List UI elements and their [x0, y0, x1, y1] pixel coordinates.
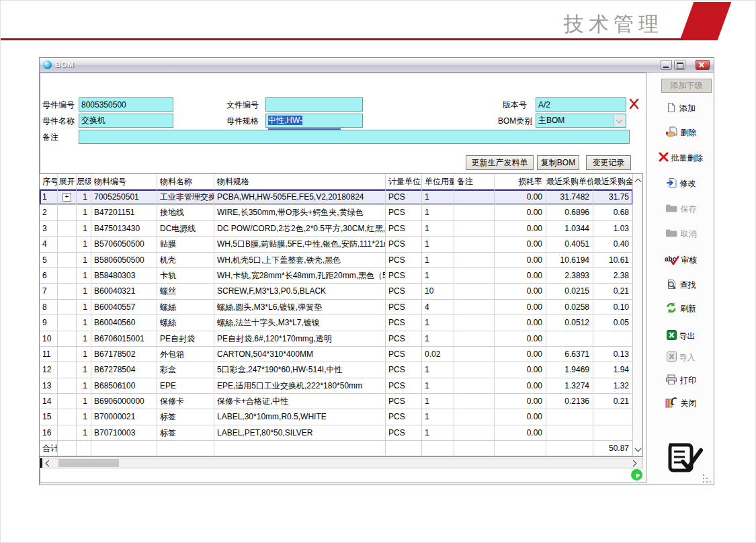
- expand-plus-icon[interactable]: +: [62, 193, 71, 202]
- remark-input[interactable]: [79, 130, 630, 144]
- table-row[interactable]: 111B67178502外包箱CARTON,504*310*400MMPCS0.…: [40, 347, 633, 362]
- sidebar-button-14[interactable]: 关闭: [648, 396, 713, 411]
- bom-type-select[interactable]: 主BOM: [536, 114, 626, 128]
- cell: 0.0258: [546, 300, 593, 315]
- scroll-right-icon[interactable]: [630, 460, 637, 467]
- cell: 1: [77, 409, 91, 425]
- cell: PCS: [386, 284, 422, 299]
- table-row[interactable]: 41B5706050500贴膜WH,5口B膜,前贴膜,5FE,中性,银色,安防,…: [40, 237, 633, 252]
- cell: [91, 441, 157, 456]
- parent-spec-input[interactable]: 中性,HW-505I,5FE,DC12-48V: [265, 114, 363, 128]
- cell: [58, 253, 77, 268]
- sidebar-button-5[interactable]: 修改: [648, 176, 713, 191]
- resize-grip[interactable]: [703, 474, 711, 483]
- cell: 1.3274: [546, 378, 593, 394]
- cell: [495, 441, 546, 456]
- doc-code-input[interactable]: [265, 97, 363, 112]
- cell: 0.00: [495, 315, 546, 331]
- grid-total-row: 合计50.87: [40, 441, 633, 456]
- vertical-scrollbar[interactable]: [632, 174, 642, 456]
- cell: [454, 315, 495, 331]
- maximize-button[interactable]: [674, 60, 685, 70]
- sidebar-button-3[interactable]: 删除: [648, 125, 713, 140]
- table-row[interactable]: 81B60040557螺絲螺絲,圆头,M3*L6,镀镍,弹簧垫PCS40.000…: [40, 300, 633, 315]
- table-row[interactable]: 71B60040321螺丝SCREW,F,M3*L3,P0.5,BLACKPCS…: [40, 284, 633, 299]
- cell: 0.02: [422, 347, 454, 362]
- window-globe-icon: [43, 60, 52, 69]
- cell: 8: [40, 300, 58, 315]
- green-sync-icon: [631, 469, 642, 481]
- version-input[interactable]: [536, 97, 626, 112]
- version-clear-icon[interactable]: [628, 97, 640, 113]
- chevron-down-icon[interactable]: [614, 115, 625, 126]
- table-row[interactable]: 51B5806050500机壳WH,机壳5口,上下盖整套,铁壳,黑色PCS10.…: [40, 253, 633, 268]
- table-row[interactable]: 31B475013430DC电源线DC POW/CORD,2芯2色,2*0.5平…: [40, 221, 633, 237]
- cell: 0.00: [495, 268, 546, 284]
- copy-bom-button[interactable]: 复制BOM: [537, 155, 579, 170]
- cell: [454, 205, 495, 220]
- sidebar-button-8[interactable]: abc审核: [648, 253, 713, 267]
- table-row[interactable]: 161B70710003标签LABEL,PET,80*50,SILVERPCS1…: [40, 425, 633, 441]
- cell: [593, 331, 633, 347]
- table-row[interactable]: 1+17005250501工业非管理交换机PCBA,WH,HW-505FE,FE…: [40, 190, 633, 205]
- cell: 0.21: [593, 394, 633, 409]
- sidebar-button-13[interactable]: 打印: [648, 373, 713, 388]
- column-header: 序号: [40, 174, 58, 190]
- cell: 0.00: [495, 221, 546, 237]
- table-row[interactable]: 101B6706015001PE自封袋PE自封袋,6#,120*170mmg,透…: [40, 331, 633, 347]
- scroll-left-icon[interactable]: [46, 460, 52, 467]
- sidebar-button-10[interactable]: 刷新: [648, 301, 713, 316]
- cell: 0.2136: [546, 394, 593, 409]
- cell: PCS: [386, 315, 422, 331]
- cell: DC POW/CORD,2芯2色,2*0.5平方,30CM,红黑,带: [214, 221, 386, 237]
- cell: 0.6896: [546, 205, 593, 220]
- cell: 2.3893: [546, 268, 593, 284]
- scroll-up-icon[interactable]: [635, 179, 642, 185]
- red-cross-icon: [659, 152, 669, 164]
- app-logo-icon: [664, 441, 703, 478]
- splitter-handle[interactable]: [40, 458, 42, 468]
- cell: [454, 362, 495, 378]
- sidebar-button-6: 保存: [648, 202, 713, 216]
- change-log-button[interactable]: 变更记录: [586, 155, 631, 170]
- column-header: 备注: [454, 174, 495, 190]
- cell: B60040557: [91, 300, 157, 315]
- table-row[interactable]: 121B67278504彩盒5口彩盒,247*190*60,HW-514I,中性…: [40, 362, 633, 378]
- cell: 1.9469: [546, 362, 593, 378]
- cell: [593, 425, 633, 441]
- parent-name-input[interactable]: [79, 114, 173, 128]
- printer-icon: [665, 374, 677, 387]
- excel-import-icon: [667, 351, 677, 364]
- cell: 1: [422, 268, 454, 284]
- table-row[interactable]: 141B6906000000保修卡保修卡+合格证,中性PCS10.000.213…: [40, 394, 633, 409]
- sidebar-button-11[interactable]: 导出: [648, 329, 713, 343]
- scroll-down-icon[interactable]: [635, 446, 642, 452]
- update-production-issue-button[interactable]: 更新生产发料单: [466, 155, 534, 170]
- cell: 0.21: [593, 284, 633, 299]
- sidebar-button-4[interactable]: 批量删除: [648, 151, 713, 165]
- cell: [454, 425, 495, 441]
- cell: 5口彩盒,247*190*60,HW-514I,中性: [214, 362, 386, 378]
- cell: B70000021: [91, 409, 157, 425]
- sidebar-button-9[interactable]: 查找: [648, 278, 713, 292]
- close-button[interactable]: [696, 60, 710, 70]
- table-row[interactable]: 151B70000021标签LABEL,30*10mm,R0.5,WHITEPC…: [40, 409, 633, 425]
- scrollbar-thumb[interactable]: [58, 459, 119, 467]
- minimize-button[interactable]: [661, 60, 672, 70]
- bom-type-label: BOM类别: [498, 116, 532, 126]
- cell: 0.0215: [546, 284, 593, 299]
- cell: 1: [77, 425, 91, 441]
- sidebar-button-2[interactable]: 添加: [648, 101, 713, 116]
- bom-type-value: 主BOM: [538, 116, 564, 125]
- parent-code-input[interactable]: [79, 97, 173, 112]
- table-row[interactable]: 61B58480303卡轨WH,卡轨,宽28mm*长48mm,孔距20mm,黑色…: [40, 268, 633, 284]
- horizontal-scrollbar[interactable]: [39, 458, 643, 468]
- cell: 1: [77, 268, 91, 284]
- sidebar-button-7: 取消: [648, 226, 713, 241]
- column-header: 物料规格: [214, 174, 386, 190]
- table-row[interactable]: 91B60040560螺絲螺絲,法兰十字头,M3*L7,镀镍PCS10.000.…: [40, 315, 633, 331]
- table-row[interactable]: 21B47201151接地线WIRE,长350mm,带O形头+鳄鱼夹,黄绿色PC…: [40, 205, 633, 220]
- cell: 4: [40, 237, 58, 252]
- cell: 工业非管理交换机: [157, 190, 214, 205]
- table-row[interactable]: 131B68506100EPEEPE,适用5口工业交换机,222*180*50m…: [40, 378, 633, 394]
